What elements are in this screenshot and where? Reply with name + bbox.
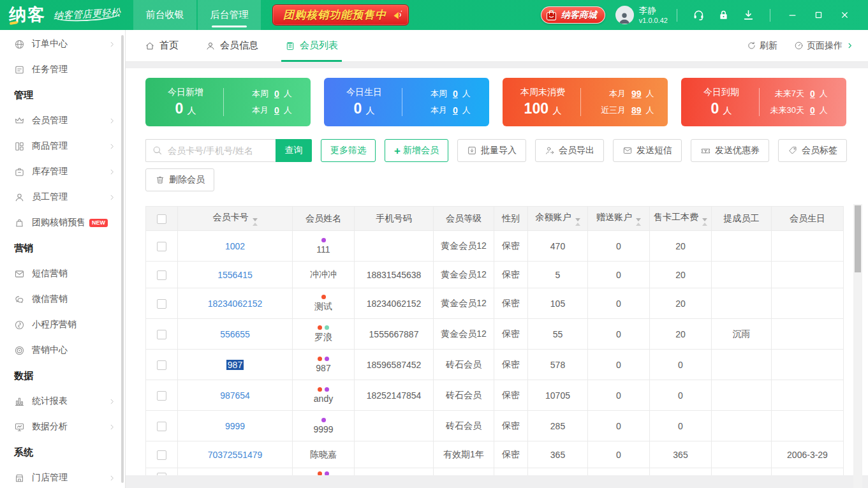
stat-card-new-today: 今日新增0 人本周0人本月0人 xyxy=(145,78,311,126)
member-level: 黄金会员12 xyxy=(434,288,494,319)
header-cell[interactable]: 会员卡号 xyxy=(178,207,293,231)
page-actions-button[interactable]: 页面操作 xyxy=(794,40,854,52)
send-sms-button[interactable]: 发送短信 xyxy=(613,139,682,162)
row-checkbox[interactable] xyxy=(157,242,166,251)
nav-tab-front-cashier[interactable]: 前台收银 xyxy=(133,0,196,30)
member-card-link[interactable]: 987 xyxy=(226,360,244,370)
download-icon[interactable] xyxy=(742,9,754,21)
sidebar-item-sms-marketing[interactable]: 短信营销 xyxy=(0,261,125,286)
member-birthday xyxy=(772,468,844,476)
search-input[interactable] xyxy=(145,139,276,162)
row-checkbox[interactable] xyxy=(157,270,166,280)
close-icon[interactable] xyxy=(840,10,850,20)
member-card-link[interactable]: 556655 xyxy=(220,329,250,339)
stat-card-expire-today: 今日到期0 人未来7天0人未来30天0人 xyxy=(681,78,846,126)
titlebar: 纳客 纳客管店更轻松 前台收银后台管理 团购核销功能预售中 纳客商城 李静 v xyxy=(0,0,868,30)
table-scrollbar[interactable] xyxy=(853,204,862,488)
table-row: 556655罗浪1555667887黄金会员12保密55020沉雨 xyxy=(146,319,844,350)
member-birthday: 2006-3-29 xyxy=(772,441,844,468)
sidebar-item-store-manage[interactable]: 门店管理 xyxy=(0,465,125,488)
lock-icon[interactable] xyxy=(717,9,730,21)
export-member-button[interactable]: 会员导出 xyxy=(535,139,604,162)
stat-card-birthday-today: 今日生日0 人本周0人本月0人 xyxy=(324,78,489,126)
sidebar-item-member-manage[interactable]: 会员管理 xyxy=(0,108,125,133)
header-cell: 会员等级 xyxy=(434,207,494,231)
sidebar-scrollbar[interactable] xyxy=(121,35,124,483)
minimize-icon[interactable] xyxy=(788,10,797,20)
member-tag-dots xyxy=(293,295,354,299)
member-birthday xyxy=(772,380,844,411)
avatar[interactable] xyxy=(615,6,634,24)
sidebar-item-marketing-center[interactable]: 营销中心 xyxy=(0,337,125,363)
maximize-icon[interactable] xyxy=(814,10,823,20)
tab-member-info[interactable]: 会员信息 xyxy=(205,30,258,62)
member-card-link[interactable]: 1002 xyxy=(225,241,245,251)
sidebar-item-wechat-marketing[interactable]: 微信营销 xyxy=(0,286,125,312)
sidebar-item-miniapp-marketing[interactable]: 小程序营销 xyxy=(0,312,125,337)
nav-tab-backend-admin[interactable]: 后台管理 xyxy=(198,0,261,30)
add-member-button[interactable]: + 新增会员 xyxy=(385,139,448,162)
header-cell: 手机号码 xyxy=(355,207,434,231)
more-filter-button[interactable]: 更多筛选 xyxy=(321,139,376,162)
member-tag-dots xyxy=(293,357,354,361)
header-cell[interactable]: 赠送账户 xyxy=(588,207,650,231)
row-checkbox[interactable] xyxy=(157,450,166,460)
chevron-right-icon xyxy=(108,168,116,176)
header-cell[interactable]: 售卡工本费 xyxy=(650,207,712,231)
member-name: 冲冲冲 xyxy=(293,269,354,281)
sidebar-section: 系统 xyxy=(0,440,125,465)
member-card-link[interactable]: 1556415 xyxy=(217,270,253,280)
sidebar-section: 数据 xyxy=(0,363,125,388)
refresh-button[interactable]: 刷新 xyxy=(747,40,777,52)
row-checkbox[interactable] xyxy=(157,473,166,475)
headset-icon[interactable] xyxy=(693,9,705,21)
member-tag-button[interactable]: 会员标签 xyxy=(778,139,847,162)
app-version: v1.0.0.42 xyxy=(639,16,668,25)
select-all-checkbox[interactable] xyxy=(157,214,166,224)
send-coupon-button[interactable]: 发送优惠券 xyxy=(691,139,769,162)
header-cell-checkbox xyxy=(146,207,178,231)
commission-staff xyxy=(712,231,772,262)
promo-banner[interactable]: 团购核销功能预售中 xyxy=(272,4,409,26)
sort-control[interactable] xyxy=(636,218,641,226)
tab-member-list[interactable]: 会员列表 xyxy=(285,30,338,62)
batch-import-button[interactable]: 批量导入 xyxy=(457,139,526,162)
sidebar-item-stats-report[interactable]: 统计报表 xyxy=(0,388,125,414)
sidebar-item-task-manage[interactable]: 任务管理 xyxy=(0,57,125,82)
sidebar-item-goods-manage[interactable]: 商品管理 xyxy=(0,133,125,159)
search-box: 查询 xyxy=(145,139,312,162)
delete-member-button[interactable]: 删除会员 xyxy=(145,168,214,191)
tab-home[interactable]: 首页 xyxy=(145,30,179,62)
sidebar-item-data-analysis[interactable]: 数据分析 xyxy=(0,414,125,440)
sidebar-item-staff-manage[interactable]: 员工管理 xyxy=(0,184,125,210)
member-card-link[interactable]: 9999 xyxy=(225,421,245,431)
sidebar-item-order-center[interactable]: 订单中心 xyxy=(0,31,125,57)
member-phone: 1555667887 xyxy=(355,319,434,350)
chevron-right-icon xyxy=(108,40,116,48)
stat-cards: 今日新增0 人本周0人本月0人今日生日0 人本周0人本月0人本周未消费100 人… xyxy=(145,78,868,126)
member-card-link[interactable]: 987654 xyxy=(220,390,250,401)
header-cell[interactable]: 余额账户 xyxy=(528,207,588,231)
sidebar-item-groupbuy-presale[interactable]: 团购核销预售NEW xyxy=(0,210,125,235)
promo-text: 团购核销功能预售中 xyxy=(283,8,386,22)
user-export-icon xyxy=(545,145,555,156)
chevron-right-icon xyxy=(108,397,116,406)
card-fee: 365 xyxy=(650,441,712,468)
query-button[interactable]: 查询 xyxy=(276,139,312,162)
row-checkbox[interactable] xyxy=(157,391,166,401)
row-checkbox[interactable] xyxy=(157,299,166,309)
sidebar-item-stock-manage[interactable]: 库存管理 xyxy=(0,159,125,184)
member-card-link[interactable]: 18234062152 xyxy=(208,299,263,309)
mall-badge[interactable]: 纳客商城 xyxy=(541,6,605,24)
stat-value: 0 人 xyxy=(334,100,394,117)
member-card-link[interactable]: 70372551479 xyxy=(208,450,263,460)
row-checkbox[interactable] xyxy=(157,360,166,370)
row-checkbox[interactable] xyxy=(157,422,166,431)
sort-control[interactable] xyxy=(702,218,707,226)
user-info[interactable]: 李静 v1.0.0.42 xyxy=(639,5,668,26)
sort-control[interactable] xyxy=(575,218,580,226)
scrollbar-thumb[interactable] xyxy=(855,205,861,272)
row-checkbox[interactable] xyxy=(157,330,166,339)
sort-control[interactable] xyxy=(253,218,258,226)
megaphone-icon xyxy=(392,8,404,21)
